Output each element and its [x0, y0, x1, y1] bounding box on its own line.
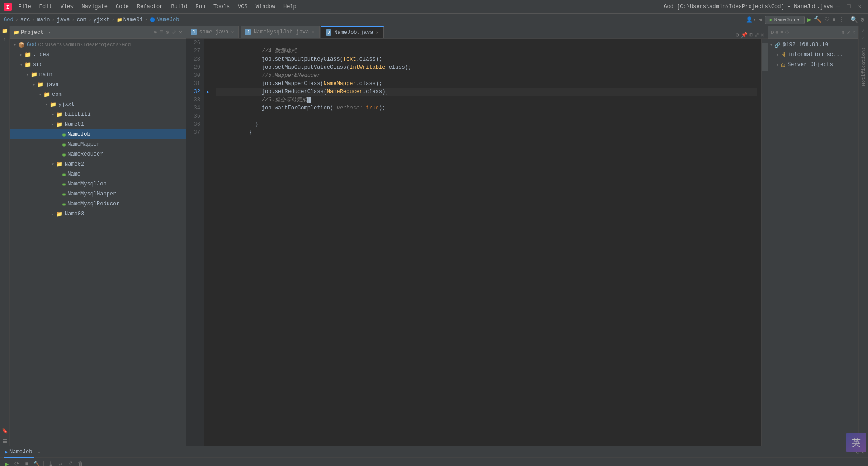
- nav-com[interactable]: com: [77, 17, 87, 23]
- tab-split-icon[interactable]: ⊞: [750, 32, 753, 38]
- tree-item-namemysqlreducer[interactable]: ◉ NameMysqlReducer: [10, 199, 186, 209]
- commit-icon[interactable]: ⬆: [3, 37, 6, 43]
- menu-refactor[interactable]: Refactor: [133, 3, 167, 11]
- bottom-toolbar: ▶ ⟳ ■ 🔨 ⤓ ↵ 🖨 🗑: [0, 458, 868, 466]
- run-tab-close[interactable]: ✕: [38, 450, 40, 455]
- close-button[interactable]: ✕: [855, 3, 864, 10]
- tree-item-namemysqljob[interactable]: ◉ NameMysqlJob: [10, 179, 186, 189]
- settings-button[interactable]: ⚙: [861, 16, 864, 24]
- scroll-end-button[interactable]: ⤓: [47, 460, 55, 466]
- expand-icon[interactable]: ⤢: [172, 29, 176, 36]
- menu-file[interactable]: File: [14, 3, 35, 11]
- tab-nmj-close[interactable]: ✕: [311, 29, 314, 35]
- gear-icon[interactable]: ⚙: [166, 29, 169, 36]
- stop-button[interactable]: ■: [832, 17, 835, 23]
- build-run-button[interactable]: 🔨: [33, 460, 41, 466]
- nav-god[interactable]: God: [4, 17, 14, 23]
- menu-code[interactable]: Code: [112, 3, 132, 11]
- stop-run-button[interactable]: ■: [23, 460, 31, 466]
- project-icon[interactable]: 📁: [2, 28, 8, 34]
- soft-wrap-button[interactable]: ↵: [57, 460, 65, 466]
- run-config[interactable]: ▶ NameJob ▾: [765, 16, 805, 24]
- locate-file-icon[interactable]: ⊕: [154, 29, 157, 36]
- tab-expand-icon[interactable]: ⤢: [755, 32, 759, 38]
- structure-icon[interactable]: ☰: [3, 438, 7, 444]
- tree-item-idea[interactable]: ▸ 📁 .idea: [10, 50, 186, 60]
- db-icon[interactable]: D: [771, 30, 774, 35]
- bookmarks-icon[interactable]: 🔖: [2, 428, 8, 434]
- tree-item-namemapper[interactable]: ◉ NameMapper: [10, 139, 186, 149]
- server-expand-icon[interactable]: ⤢: [846, 29, 850, 35]
- tree-item-name01[interactable]: ▾ 📁 Name01: [10, 119, 186, 129]
- tree-item-bilibili[interactable]: ▸ 📁 bilibili: [10, 109, 186, 119]
- editor-scrollbar[interactable]: [761, 39, 768, 446]
- tree-item-src[interactable]: ▾ 📁 src: [10, 60, 186, 70]
- menu-run[interactable]: Run: [192, 3, 209, 11]
- tree-item-namejob[interactable]: ◉ NameJob: [10, 129, 186, 139]
- tab-pin-icon[interactable]: 📌: [741, 32, 748, 38]
- nav-name01[interactable]: 📁Name01: [117, 17, 143, 23]
- notifications-label[interactable]: Notifications: [861, 47, 866, 86]
- tab-close-all-icon[interactable]: ✕: [761, 32, 764, 38]
- collapse-all-icon[interactable]: ≡: [160, 29, 163, 36]
- tree-item-name02[interactable]: ▾ 📁 Name02: [10, 159, 186, 169]
- toolbar-profile[interactable]: 👤▾: [746, 16, 756, 23]
- server-connection[interactable]: ▾ 🔗 @192.168.88.101: [768, 40, 858, 50]
- tab-namemysqljob[interactable]: J NameMysqlJob.java ✕: [241, 26, 319, 38]
- nav-namejob[interactable]: 🔵NameJob: [150, 17, 179, 23]
- tab-nj-close[interactable]: ✕: [376, 30, 379, 35]
- maximize-button[interactable]: □: [844, 3, 853, 10]
- tree-item-com[interactable]: ▾ 📁 com: [10, 90, 186, 100]
- menu-view[interactable]: View: [57, 3, 77, 11]
- menu-navigate[interactable]: Navigate: [78, 3, 111, 11]
- tree-item-main[interactable]: ▾ 📁 main: [10, 70, 186, 80]
- tab-same-close[interactable]: ✕: [231, 29, 234, 35]
- code-editor[interactable]: //4.数据格式 job.setMapOutputKeyClass(Text.c…: [212, 39, 761, 446]
- tab-same-java[interactable]: J same.java ✕: [186, 26, 239, 38]
- menu-tools[interactable]: Tools: [210, 3, 233, 11]
- fold-icon[interactable]: ▶: [207, 90, 209, 95]
- right-edge-check[interactable]: ✓: [862, 28, 864, 33]
- db-search[interactable]: ⊕: [776, 29, 779, 35]
- server-item-infosc[interactable]: ▸ 🗄 information_sc...: [768, 50, 858, 60]
- run-again-button[interactable]: ▶: [3, 460, 11, 466]
- nav-java[interactable]: java: [57, 17, 70, 23]
- server-settings-icon[interactable]: ⚙: [842, 29, 845, 35]
- nav-main[interactable]: main: [37, 17, 50, 23]
- nav-src[interactable]: src: [20, 17, 30, 23]
- tree-item-name[interactable]: ◉ Name: [10, 169, 186, 179]
- tab-list-icon[interactable]: ⋮: [728, 32, 734, 38]
- clear-button[interactable]: 🗑: [76, 460, 85, 466]
- minimize-button[interactable]: ─: [833, 3, 842, 10]
- server-item-serverobj[interactable]: ▸ 🗂 Server Objects: [768, 60, 858, 70]
- menu-edit[interactable]: Edit: [36, 3, 56, 11]
- tree-item-name03[interactable]: ▸ 📁 Name03: [10, 209, 186, 219]
- tab-settings-icon[interactable]: ⚙: [736, 32, 739, 38]
- coverage-button[interactable]: 🛡: [824, 16, 830, 23]
- print-button[interactable]: 🖨: [66, 460, 75, 466]
- search-everywhere[interactable]: 🔍: [850, 16, 858, 24]
- run-button[interactable]: ▶: [807, 16, 811, 24]
- build-button[interactable]: 🔨: [814, 16, 821, 24]
- run-tab[interactable]: ▶ NameJob: [4, 447, 34, 458]
- db-refresh[interactable]: ⟳: [785, 29, 789, 35]
- tree-item-god[interactable]: ▾ 📦 God C:\Users\admin\IdeaProjects\God: [10, 40, 186, 50]
- right-edge-warning[interactable]: ⚠: [862, 35, 864, 41]
- server-close-icon[interactable]: ✕: [852, 29, 855, 35]
- tree-item-namemysqlmapper[interactable]: ◉ NameMysqlMapper: [10, 189, 186, 199]
- tree-item-java[interactable]: ▾ 📁 java: [10, 80, 186, 90]
- menu-build[interactable]: Build: [167, 3, 191, 11]
- nav-yjxxt[interactable]: yjxxt: [93, 17, 109, 23]
- db-filter[interactable]: ≡: [780, 30, 783, 35]
- tree-item-namereducer[interactable]: ◉ NameReducer: [10, 149, 186, 159]
- tab-namejob-active[interactable]: J NameJob.java ✕: [321, 26, 384, 38]
- close-icon[interactable]: ✕: [179, 29, 182, 36]
- menu-window[interactable]: Window: [252, 3, 279, 11]
- menu-vcs[interactable]: VCS: [234, 3, 251, 11]
- toolbar-nav-back[interactable]: ◀: [759, 16, 762, 23]
- menu-help[interactable]: Help: [280, 3, 300, 11]
- more-button[interactable]: ⋮: [839, 16, 844, 23]
- tree-item-yjxxt[interactable]: ▾ 📁 yjxxt: [10, 100, 186, 109]
- rerun-button[interactable]: ⟳: [13, 460, 21, 466]
- project-dropdown[interactable]: ▾: [48, 30, 51, 35]
